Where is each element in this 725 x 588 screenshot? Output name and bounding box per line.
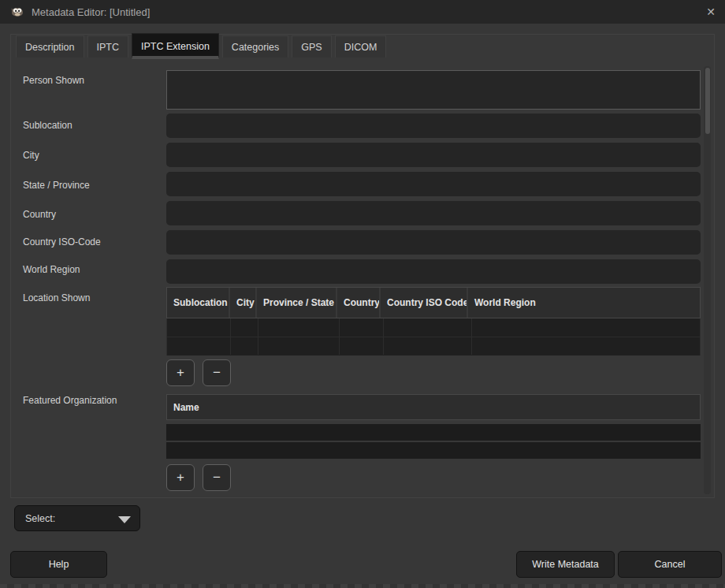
- featured-organization-table-header: Name: [166, 394, 701, 420]
- help-button[interactable]: Help: [10, 551, 107, 578]
- tab-dicom[interactable]: DICOM: [335, 35, 387, 58]
- state-province-input[interactable]: [166, 172, 701, 196]
- tab-bar: DescriptionIPTCIPTC ExtensionCategoriesG…: [16, 33, 386, 63]
- column-header-sublocation: Sublocation: [167, 288, 230, 318]
- table-cell[interactable]: [231, 318, 258, 337]
- cancel-button[interactable]: Cancel: [618, 551, 722, 578]
- location-shown-table-header: SublocationCityProvince / StateCountryCo…: [166, 287, 701, 318]
- table-cell[interactable]: [384, 318, 472, 337]
- table-cell[interactable]: [340, 318, 384, 337]
- table-row[interactable]: [167, 337, 700, 355]
- world-region-input[interactable]: [166, 259, 701, 284]
- organization-add-row-button[interactable]: +: [166, 464, 195, 491]
- table-cell[interactable]: [258, 318, 340, 337]
- city-input[interactable]: [166, 143, 701, 167]
- country-input[interactable]: [166, 201, 701, 225]
- select-dropdown[interactable]: Select:: [14, 505, 140, 531]
- column-header-country-iso-code: Country ISO Code: [381, 288, 468, 318]
- tab-categories[interactable]: Categories: [222, 35, 288, 58]
- featured-organization-label: Featured Organization: [23, 395, 117, 406]
- tab-iptc[interactable]: IPTC: [87, 35, 128, 58]
- window-title: Metadata Editor: [Untitled]: [32, 6, 150, 18]
- sublocation-label: Sublocation: [23, 120, 72, 131]
- column-header-world-region: World Region: [468, 288, 700, 318]
- scrollbar-thumb[interactable]: [705, 68, 710, 134]
- location-remove-row-button[interactable]: −: [203, 359, 231, 386]
- select-label: Select:: [25, 513, 55, 524]
- table-cell[interactable]: [384, 337, 472, 355]
- name-column-header: Name: [167, 395, 700, 419]
- table-cell[interactable]: [167, 318, 231, 337]
- tab-gps[interactable]: GPS: [292, 35, 331, 58]
- city-label: City: [23, 150, 39, 161]
- state-province-label: State / Province: [23, 180, 90, 191]
- table-cell[interactable]: [258, 337, 340, 355]
- table-row[interactable]: [167, 318, 700, 337]
- world-region-label: World Region: [23, 264, 80, 275]
- table-row[interactable]: [166, 442, 701, 459]
- location-shown-label: Location Shown: [23, 292, 90, 303]
- column-header-city: City: [230, 288, 257, 318]
- person-shown-textarea[interactable]: [166, 70, 701, 110]
- organization-remove-row-button[interactable]: −: [203, 464, 231, 491]
- table-cell[interactable]: [167, 337, 231, 355]
- person-shown-label: Person Shown: [23, 75, 84, 86]
- metadata-editor-window: Metadata Editor: [Untitled] ✕ Descriptio…: [0, 0, 725, 588]
- country-iso-code-label: Country ISO-Code: [23, 236, 101, 247]
- country-label: Country: [23, 209, 56, 220]
- column-header-province-state: Province / State: [257, 288, 337, 318]
- table-cell[interactable]: [231, 337, 258, 355]
- gimp-wilber-icon: [10, 6, 24, 18]
- location-add-row-button[interactable]: +: [166, 359, 195, 386]
- table-cell[interactable]: [472, 337, 700, 355]
- tab-description[interactable]: Description: [16, 35, 84, 58]
- bottom-resize-strip: [0, 584, 725, 588]
- location-shown-table-rows[interactable]: [166, 318, 701, 355]
- country-iso-code-input[interactable]: [166, 230, 701, 255]
- table-cell[interactable]: [340, 337, 384, 355]
- table-cell[interactable]: [472, 318, 700, 337]
- table-row[interactable]: [166, 424, 701, 441]
- chevron-down-icon: [118, 516, 131, 523]
- titlebar: Metadata Editor: [Untitled] ✕: [0, 0, 725, 24]
- tab-iptc-extension[interactable]: IPTC Extension: [132, 33, 219, 59]
- write-metadata-button[interactable]: Write Metadata: [516, 551, 615, 578]
- column-header-country: Country: [337, 288, 381, 318]
- sublocation-input[interactable]: [166, 114, 701, 138]
- close-icon[interactable]: ✕: [704, 6, 718, 18]
